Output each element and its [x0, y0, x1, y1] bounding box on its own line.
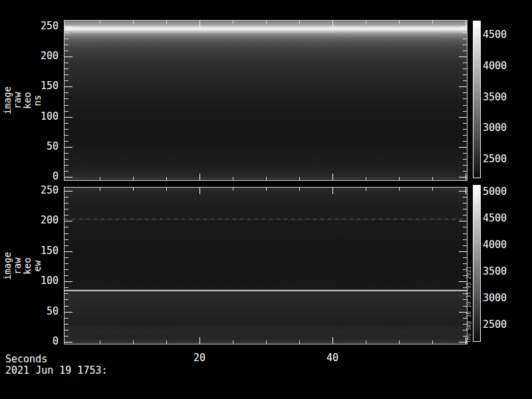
y-tick-label: 150: [25, 80, 59, 91]
y-axis-tick: [463, 318, 467, 319]
y-axis-tick: [65, 239, 68, 240]
y-tick-label: 50: [25, 306, 59, 317]
y-axis-tick: [65, 336, 68, 336]
y-axis-tick: [463, 74, 467, 75]
x-axis-tick: [466, 337, 466, 344]
x-axis-tick: [466, 188, 466, 194]
y-axis-tick: [65, 306, 68, 307]
y-axis-tick: [65, 153, 68, 154]
x-axis-date: 2021 Jun 19 1753:: [5, 364, 108, 376]
y-axis-tick: [65, 342, 72, 342]
x-axis-tick: [432, 21, 433, 24]
x-axis-tick: [366, 177, 366, 180]
y-axis-tick: [463, 257, 467, 258]
y-axis-tick: [65, 215, 68, 215]
colorbar-tick-label: 4000: [483, 239, 523, 250]
y-tick-label: 250: [25, 21, 59, 31]
y-axis-tick: [463, 275, 467, 276]
x-axis-tick: [233, 21, 233, 24]
y-axis-tick: [65, 92, 68, 93]
x-axis-tick: [399, 177, 400, 180]
y-axis-tick: [463, 330, 467, 331]
x-axis-tick: [366, 188, 366, 191]
y-axis-tick: [65, 191, 72, 192]
x-axis-tick: [366, 340, 366, 344]
keogram-viewer: imagerawkeons imagerawkeoew Seconds 2021…: [0, 0, 532, 399]
x-axis-tick: [133, 340, 134, 344]
x-axis-tick: [266, 177, 267, 180]
y-axis-tick: [65, 281, 72, 282]
y-axis-tick: [463, 233, 467, 234]
x-axis-tick: [299, 188, 300, 191]
y-axis-tick: [65, 209, 68, 209]
y-axis-tick: [65, 324, 68, 325]
y-axis-tick: [463, 165, 467, 166]
x-axis-tick: [233, 188, 233, 191]
y-axis-tick: [65, 51, 68, 51]
x-axis-tick: [200, 21, 200, 27]
y-axis-tick: [65, 63, 68, 63]
y-axis-tick: [65, 197, 68, 198]
y-axis-tick: [65, 80, 68, 81]
y-axis-tick: [65, 330, 68, 331]
x-axis-tick: [466, 21, 466, 27]
x-axis-tick: [332, 188, 333, 194]
y-tick-label: 100: [25, 111, 59, 122]
y-axis-tick: [463, 33, 467, 33]
y-axis-tick: [65, 299, 68, 300]
colorbar-tick-label: 3000: [483, 293, 523, 303]
y-tick-label: 0: [25, 171, 59, 182]
y-axis-tick: [463, 111, 467, 112]
y-tick-label: 200: [25, 215, 59, 225]
y-axis-tick: [65, 275, 68, 276]
y-axis-tick: [463, 45, 467, 45]
y-axis-tick: [65, 177, 72, 178]
y-axis-tick: [463, 135, 467, 136]
creation-timestamp: Thu Sep 16 10:35:05 2021: [467, 282, 472, 343]
y-axis-tick: [463, 215, 467, 215]
y-axis-tick: [65, 86, 72, 87]
colorbar-ns: [473, 21, 481, 178]
y-axis-tick: [65, 129, 68, 130]
y-axis-tick: [463, 123, 467, 124]
x-axis-tick: [166, 188, 167, 191]
y-axis-tick: [65, 245, 68, 246]
y-axis-tick: [463, 153, 467, 154]
y-axis-tick: [65, 227, 68, 227]
y-axis-tick: [463, 203, 467, 203]
x-axis-tick: [299, 177, 300, 180]
y-axis-tick: [463, 171, 467, 172]
y-axis-title-line: image: [3, 245, 13, 287]
x-axis-tick: [332, 174, 333, 180]
x-axis-tick: [399, 21, 400, 24]
x-tick-label: 40: [319, 352, 346, 363]
y-axis-tick: [65, 203, 68, 203]
y-axis-tick: [459, 57, 467, 57]
y-axis-tick: [463, 159, 467, 160]
y-tick-label: 250: [25, 185, 59, 196]
y-axis-tick: [65, 287, 68, 288]
y-axis-tick: [65, 165, 68, 166]
x-axis-tick: [133, 21, 134, 24]
colorbar-tick-label: 2500: [483, 319, 523, 330]
y-axis-tick: [463, 98, 467, 99]
y-axis-tick: [65, 312, 72, 313]
x-axis-title: Seconds: [5, 353, 47, 365]
y-axis-title-line: raw: [13, 245, 23, 287]
x-axis-tick: [432, 340, 433, 344]
y-tick-label: 200: [25, 51, 59, 61]
x-axis-tick: [200, 174, 200, 180]
y-axis-tick: [65, 263, 68, 264]
y-axis-tick: [65, 74, 68, 75]
y-axis-tick: [65, 257, 68, 258]
y-axis-tick: [463, 39, 467, 39]
y-axis-tick: [463, 269, 467, 270]
y-axis-tick: [463, 63, 467, 63]
y-axis-tick: [463, 105, 467, 106]
image-noise-overlay: [65, 188, 467, 344]
keogram-panel-ew: [64, 187, 467, 344]
y-axis-tick: [65, 111, 68, 112]
x-axis-tick: [332, 337, 333, 344]
colorbar-tick-label: 3500: [483, 266, 523, 277]
y-tick-label: 100: [25, 275, 59, 286]
